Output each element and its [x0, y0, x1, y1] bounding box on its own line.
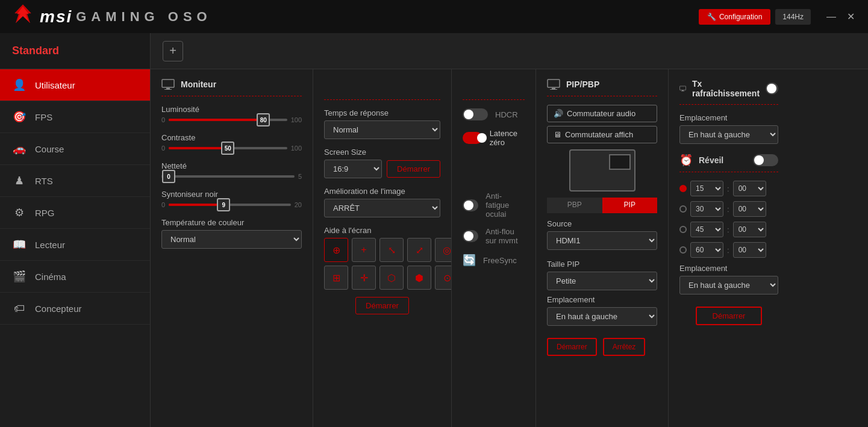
add-tab-button[interactable]: +	[163, 41, 183, 61]
temps-reponse-select[interactable]: Normal Rapide Le plus rapide	[324, 120, 440, 139]
aide-icon-a1[interactable]: ⊕	[324, 238, 348, 262]
anti-fatigue-knob	[464, 201, 473, 210]
alarm-dot-2[interactable]	[679, 205, 687, 213]
anti-flou-toggle-row: Anti-flou sur mvmt	[463, 227, 525, 245]
fps-icon: 🎯	[12, 110, 27, 124]
svg-rect-5	[548, 79, 560, 87]
taille-select[interactable]: Petite Moyenne Grande	[547, 272, 657, 290]
luminosite-thumb[interactable]: 80	[257, 113, 270, 126]
aide-icon-b1[interactable]: ⊞	[324, 266, 348, 290]
commutateur-affich-button[interactable]: 🖥 Commutateur affich	[547, 126, 657, 143]
nettete-slider-range: 0 0 5	[161, 173, 302, 180]
screen-size-label: Screen Size	[324, 148, 440, 157]
anti-flou-toggle[interactable]	[463, 230, 478, 242]
syntoniseur-min: 0	[161, 201, 165, 208]
sidebar-item-fps[interactable]: 🎯 FPS	[0, 101, 150, 133]
svg-rect-9	[682, 90, 684, 91]
pip-demarrer-button[interactable]: Démarrer	[547, 338, 597, 356]
syntoniseur-thumb[interactable]: 9	[217, 198, 230, 211]
concepteur-icon: 🏷	[12, 301, 27, 316]
reveil-header: ⏰ Réveil	[679, 154, 778, 167]
aide-icon-b2[interactable]: ✛	[352, 266, 376, 290]
monitor-icon	[161, 79, 175, 90]
pip-emplacement-select[interactable]: En haut à gauche En haut à droite En bas…	[547, 307, 657, 326]
reveil-emplacement-select[interactable]: En haut à gauche En haut à droite En bas…	[679, 276, 778, 295]
alarm-min-2[interactable]: 00153045	[733, 201, 766, 217]
screen-demarrer-button[interactable]: Démarrer	[387, 160, 440, 178]
sidebar-title: Standard	[12, 45, 59, 57]
config-icon: 🔧	[707, 13, 716, 21]
aide-icon-b3[interactable]: ⬡	[379, 266, 404, 290]
aide-demarrer-button[interactable]: Démarrer	[355, 297, 409, 314]
tx-emplacement-select[interactable]: En haut à gauche En haut à droite En bas…	[679, 125, 778, 144]
alarm-min-4[interactable]: 00153045	[733, 242, 766, 258]
syntoniseur-max: 20	[295, 201, 302, 208]
hdcr-toggle[interactable]	[463, 108, 488, 120]
pip-tab[interactable]: PIP	[602, 198, 658, 213]
reveil-toggle[interactable]	[753, 154, 778, 166]
pip-arretez-button[interactable]: Arrêtez	[603, 338, 646, 356]
reveil-emplacement-label: Emplacement	[679, 264, 778, 273]
luminosite-label: Luminosité	[161, 105, 302, 114]
alarm-dot-3[interactable]	[679, 226, 687, 233]
alarm-dot-4[interactable]	[679, 246, 687, 254]
rts-icon: ♟	[12, 173, 27, 188]
luminosite-track: 80	[169, 119, 287, 121]
screen-size-select[interactable]: 16:9 4:3 1:1	[324, 160, 382, 178]
minimize-button[interactable]: —	[823, 10, 840, 23]
aide-icon-a4[interactable]: ⤢	[407, 238, 431, 262]
tx-toggle[interactable]	[766, 83, 778, 95]
pbp-tab[interactable]: PBP	[547, 198, 602, 213]
sidebar-item-cinema[interactable]: 🎬 Cinéma	[0, 261, 150, 293]
nettete-thumb[interactable]: 0	[162, 170, 175, 183]
commutateur-audio-button[interactable]: 🔊 Commutateur audio	[547, 105, 657, 122]
luminosite-max: 100	[291, 116, 302, 123]
screen-size-controls: 16:9 4:3 1:1 Démarrer	[324, 160, 440, 178]
sidebar-item-rpg[interactable]: ⚙ RPG	[0, 197, 150, 229]
aide-icon-b4[interactable]: ⬢	[407, 266, 431, 290]
alarm-hour-3[interactable]: 45153060	[690, 222, 723, 237]
sidebar-item-concepteur[interactable]: 🏷 Concepteur	[0, 293, 150, 325]
config-button[interactable]: 🔧 Configuration	[699, 9, 770, 25]
contraste-thumb[interactable]: 50	[221, 142, 234, 155]
alarm-hour-4[interactable]: 60153045	[690, 242, 723, 258]
pip-buttons: Démarrer Arrêtez	[547, 338, 657, 356]
syntoniseur-slider-container: 9	[169, 204, 291, 206]
contraste-min: 0	[161, 145, 165, 152]
moniteur-title: Moniteur	[181, 79, 216, 89]
pip-pbp-tabs: PBP PIP	[547, 198, 657, 213]
sidebar-item-utilisateur[interactable]: 👤 Utilisateur	[0, 69, 150, 101]
alarm-dot-1[interactable]	[679, 185, 687, 192]
reveil-demarrer-button[interactable]: Démarrer	[696, 307, 763, 325]
sidebar-item-rts[interactable]: ♟ RTS	[0, 165, 150, 197]
sidebar-item-course[interactable]: 🚗 Course	[0, 133, 150, 165]
refresh-column: Tx rafraîchissement Emplacement En haut …	[669, 69, 789, 427]
close-button[interactable]: ✕	[843, 10, 858, 23]
latence-toggle[interactable]	[463, 132, 482, 144]
window-controls: — ✕	[823, 10, 858, 23]
aide-icon-a3[interactable]: ⤡	[379, 238, 404, 262]
freesync-label: FreeSync	[483, 256, 517, 265]
alarm-min-3[interactable]: 00153045	[733, 222, 766, 237]
syntoniseur-fill	[169, 204, 223, 206]
alarm-row-1: 15304560 : 00153045	[679, 181, 778, 196]
aide-icon-a2[interactable]: +	[352, 238, 376, 262]
luminosite-min: 0	[161, 116, 165, 123]
syntoniseur-row: Syntoniseur noir 0 9 20	[161, 190, 302, 208]
alarm-hour-1[interactable]: 15304560	[690, 181, 723, 196]
syntoniseur-track: 9	[169, 204, 291, 206]
amelioration-select[interactable]: ARRÊT Niveau 1 Niveau 2 Niveau 3	[324, 199, 440, 217]
aide-icon-a5[interactable]: ◎	[435, 238, 452, 262]
taille-label: Taille PIP	[547, 260, 657, 269]
alarm-hour-2[interactable]: 30154560	[690, 201, 723, 217]
contraste-row: Contraste 0 50 100	[161, 133, 302, 152]
aide-icon-b5[interactable]: ⊙	[435, 266, 452, 290]
sidebar-item-lecteur[interactable]: 📖 Lecteur	[0, 229, 150, 261]
anti-fatigue-label: Anti-fatigue oculai	[486, 192, 525, 219]
pip-monitor-icon	[547, 79, 560, 90]
source-select[interactable]: HDMI1 HDMI2 DisplayPort	[547, 231, 657, 250]
hdcr-label: HDCR	[495, 110, 518, 119]
alarm-min-1[interactable]: 00153045	[733, 181, 766, 196]
anti-fatigue-toggle[interactable]	[463, 199, 478, 211]
temp-couleur-select[interactable]: Normal Chaud Froid Personnalisé	[161, 230, 302, 249]
